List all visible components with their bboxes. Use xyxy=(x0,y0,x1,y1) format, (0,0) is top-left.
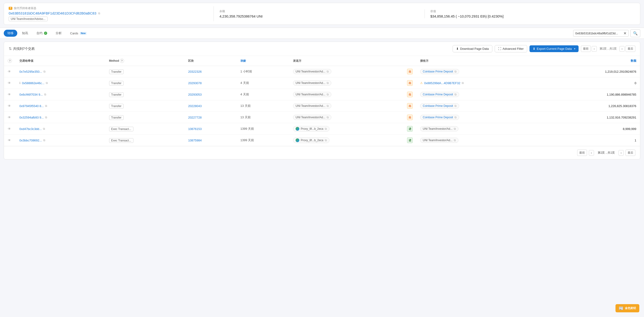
to-address[interactable]: UNI Team/Investor/Ad...⧉ xyxy=(420,126,458,131)
row-eye-icon[interactable]: 👁 xyxy=(8,127,11,131)
copy-to-icon[interactable]: ⧉ xyxy=(454,139,456,142)
tx-hash[interactable]: 0x7e5295e350...⧉ xyxy=(20,70,102,73)
to-address[interactable]: Coinbase Prime Deposit⧉ xyxy=(420,92,459,97)
balance-label: 余额 xyxy=(220,9,419,13)
tx-hash[interactable]: ℹ 0x588862e46c...⧉ xyxy=(20,81,102,85)
amount-value: 1,190,886.898946785 xyxy=(547,93,636,96)
copy-to-icon[interactable]: ⧉ xyxy=(454,116,456,119)
copy-address-icon[interactable]: ⧉ xyxy=(98,12,100,15)
block-link[interactable]: 20293078 xyxy=(188,81,202,85)
search-bar[interactable]: ✕ xyxy=(573,30,628,37)
next-page-button[interactable]: › xyxy=(620,46,624,52)
age-text: 1399 天前 xyxy=(240,127,254,130)
copy-hash-icon[interactable]: ⧉ xyxy=(43,139,45,142)
copy-to-icon[interactable]: ⧉ xyxy=(454,104,456,108)
copy-from-icon[interactable]: ⧉ xyxy=(325,127,327,130)
row-eye-icon[interactable]: 👁 xyxy=(8,70,11,73)
method-help-icon[interactable]: ? xyxy=(120,59,124,63)
to-address[interactable]: UNI Team/Investor/Ad...⧉ xyxy=(420,138,458,143)
copy-hash-icon[interactable]: ⧉ xyxy=(45,116,47,119)
filter-badge: T xyxy=(9,7,12,10)
tab-cards[interactable]: Cards New xyxy=(66,30,90,37)
from-address[interactable]: UNI Team/Investor/Ad...⧉ xyxy=(293,69,331,74)
tx-hash[interactable]: 0x3bbc708692...⧉ xyxy=(20,139,102,142)
download-icon: ⬇ xyxy=(456,47,459,51)
method-badge: Transfer xyxy=(109,81,124,86)
advanced-filter-button[interactable]: ⛶ Advanced Filter xyxy=(495,45,527,52)
copy-from-icon[interactable]: ⧉ xyxy=(327,81,329,85)
copy-hash-icon[interactable]: ⧉ xyxy=(46,81,48,85)
to-address[interactable]: Coinbase Prime Deposit⧉ xyxy=(420,115,459,120)
from-address[interactable]: Proxy_8f...b_2eca⧉ xyxy=(293,137,330,143)
bottom-pagination: 最前 ‹ 第1页，共1页 › 最后 xyxy=(4,146,640,159)
tx-hash[interactable]: 0x32594afb93 9...⧉ xyxy=(20,116,102,119)
copy-to-icon[interactable]: ⧉ xyxy=(454,93,456,96)
copy-from-icon[interactable]: ⧉ xyxy=(327,93,329,96)
to-address[interactable]: Coinbase Prime Deposit⧉ xyxy=(420,103,459,109)
value-label: 价值 xyxy=(430,9,630,13)
copy-to-icon[interactable]: ⧉ xyxy=(454,70,456,73)
value-section: 价值 $34,858,156.45 ( ~10,070.2931 Eth) [0… xyxy=(430,9,635,18)
from-address[interactable]: UNI Team/Investor/Ad...⧉ xyxy=(293,92,331,97)
age-text: 1399 天前 xyxy=(240,138,254,142)
tab-transfer[interactable]: 转移 xyxy=(4,30,17,37)
info-icon[interactable]: ℹ xyxy=(20,81,20,85)
filter-section: T 按代币持有者筛选 0x63B53181bDC48A9FBF1d23D461D… xyxy=(9,6,214,21)
row-eye-icon[interactable]: 👁 xyxy=(8,81,11,85)
bottom-next-button[interactable]: › xyxy=(618,150,624,156)
copy-from-icon[interactable]: ⧉ xyxy=(325,139,327,142)
from-address[interactable]: UNI Team/Investor/Ad...⧉ xyxy=(293,80,331,86)
block-link[interactable]: 20293053 xyxy=(188,93,202,96)
tx-hash[interactable]: 0xd47bc3c3dd...⧉ xyxy=(20,127,102,131)
page-info: 第1页，共1页 xyxy=(598,47,618,51)
copy-to-icon[interactable]: ⧉ xyxy=(462,81,464,85)
bottom-last-button[interactable]: 最后 xyxy=(626,150,635,156)
toolbar-right: ⬇ Download Page Data ⛶ Advanced Filter ⬇… xyxy=(452,45,635,52)
to-address[interactable]: ⚠0x885299dA...4D9B7EF32⧉ xyxy=(420,81,540,85)
block-link[interactable]: 20322326 xyxy=(188,70,202,73)
search-button[interactable]: 🔍 xyxy=(630,30,640,37)
row-eye-icon[interactable]: 👁 xyxy=(8,138,11,142)
export-current-page-button[interactable]: ⬇ Export Current Page Data ▾ xyxy=(530,45,578,52)
help-icon[interactable]: ? xyxy=(8,59,12,63)
copy-hash-icon[interactable]: ⧉ xyxy=(44,70,46,73)
copy-from-icon[interactable]: ⧉ xyxy=(327,70,329,73)
bottom-first-button[interactable]: 最前 xyxy=(577,150,587,156)
col-amount-header: 数额 xyxy=(544,56,640,66)
download-page-data-button[interactable]: ⬇ Download Page Data xyxy=(452,45,492,52)
block-link[interactable]: 20228043 xyxy=(188,104,202,108)
copy-to-icon[interactable]: ⧉ xyxy=(454,127,456,130)
copy-hash-icon[interactable]: ⧉ xyxy=(44,93,46,96)
block-link[interactable]: 10876153 xyxy=(188,127,202,131)
search-input[interactable] xyxy=(575,32,622,35)
tab-knowledge[interactable]: 知讯 xyxy=(18,30,32,37)
tx-hash[interactable]: 0x6cf46f7034 9...⧉ xyxy=(20,93,102,96)
copy-hash-icon[interactable]: ⧉ xyxy=(45,104,47,108)
row-eye-icon[interactable]: 👁 xyxy=(8,104,11,108)
prev-page-button[interactable]: ‹ xyxy=(592,46,597,52)
col-to-header: 接收方 xyxy=(416,56,544,66)
first-page-button[interactable]: 最前 xyxy=(581,46,591,52)
from-address[interactable]: Proxy_8f...b_2eca⧉ xyxy=(293,126,330,132)
amount-value: 8,999,999 xyxy=(547,127,636,131)
search-clear-button[interactable]: ✕ xyxy=(624,31,626,36)
method-badge: Transfer xyxy=(109,104,124,109)
filter-sort-icon: ⇅ xyxy=(9,47,12,51)
last-page-button[interactable]: 最后 xyxy=(626,46,635,52)
bottom-prev-button[interactable]: ‹ xyxy=(589,150,594,156)
amount-value: 1 xyxy=(547,139,636,142)
row-eye-icon[interactable]: 👁 xyxy=(8,93,11,96)
block-link[interactable]: 20227728 xyxy=(188,116,202,119)
block-link[interactable]: 10875984 xyxy=(188,139,202,142)
copy-from-icon[interactable]: ⧉ xyxy=(327,104,329,108)
tab-contract[interactable]: 合约 ✓ xyxy=(33,30,51,37)
tab-analysis[interactable]: 分析 xyxy=(52,30,66,37)
copy-from-icon[interactable]: ⧉ xyxy=(327,116,329,119)
to-address[interactable]: Coinbase Prime Deposit⧉ xyxy=(420,69,459,74)
from-address[interactable]: UNI Team/Investor/Ad...⧉ xyxy=(293,115,331,120)
copy-hash-icon[interactable]: ⧉ xyxy=(43,127,45,130)
tx-hash[interactable]: 0x97945f5540 8...⧉ xyxy=(20,104,102,108)
row-eye-icon[interactable]: 👁 xyxy=(8,116,11,119)
value-text: $34,858,156.45 ( ~10,070.2931 Eth) [0.42… xyxy=(430,14,630,18)
from-address[interactable]: UNI Team/Investor/Ad...⧉ xyxy=(293,103,331,109)
